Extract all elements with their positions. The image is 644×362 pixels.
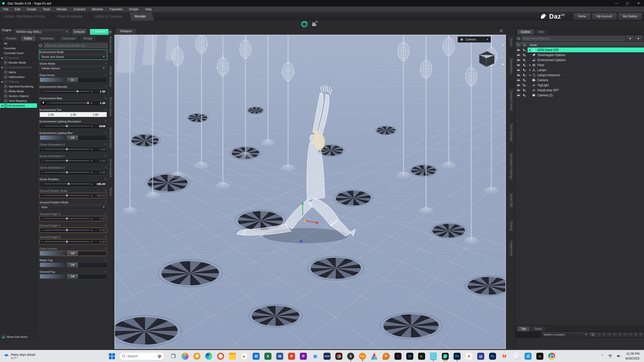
lesson-page-4[interactable]: 4 — [612, 332, 617, 337]
category-filtering[interactable]: ▶GFiltering — [0, 79, 37, 84]
lesson-page-3[interactable]: 3 — [607, 332, 612, 337]
taskbar-icon-camera-app-blue[interactable]: O — [405, 351, 415, 361]
view-cube-icon[interactable]: ▢ — [501, 37, 504, 41]
dropdown-environment-mode[interactable]: Dome and Scene▼ — [39, 54, 107, 59]
increment-button[interactable]: + — [91, 90, 93, 93]
decrement-button[interactable]: − — [41, 240, 43, 243]
slider-ground-origin-y[interactable]: −+0.00 — [39, 228, 107, 233]
slider-knob[interactable] — [65, 240, 68, 243]
taskbar-icon-media-player[interactable]: ▶ — [239, 351, 249, 361]
slider-track[interactable] — [44, 241, 89, 242]
taskbar-icon-chrome[interactable] — [547, 351, 556, 361]
slider-knob[interactable] — [67, 183, 70, 185]
taskbar-icon-acrobat[interactable]: A — [464, 351, 474, 361]
menu-create[interactable]: Create — [24, 7, 40, 12]
category-tone-mapping[interactable]: GTone Mapping — [0, 99, 37, 103]
expand-icon[interactable]: ▶ — [529, 69, 532, 71]
speaker-icon[interactable] — [617, 354, 621, 358]
taskbar-clock[interactable]: 11:06 PM 8/28/2025 — [625, 351, 639, 360]
gear-icon[interactable]: ⚙ — [104, 166, 107, 169]
increment-button[interactable]: + — [91, 148, 93, 151]
orbit-icon[interactable]: ↻ — [501, 50, 504, 54]
slider-knob[interactable] — [76, 90, 79, 93]
slider-ground-origin-x[interactable]: −+0.00 — [39, 216, 107, 221]
slider-track[interactable] — [44, 149, 89, 150]
increment-button[interactable]: + — [91, 194, 93, 197]
expand-icon[interactable]: ▶ — [529, 74, 532, 76]
taskbar-icon-notes-app[interactable] — [429, 351, 438, 361]
category-section-objects[interactable]: GSection Objects — [0, 94, 37, 99]
category-progressive-rend-[interactable]: ▶GProgressive Rend... — [0, 65, 37, 70]
taskbar-icon-file-explorer[interactable] — [228, 351, 237, 361]
taskbar-icon-hdr-app[interactable]: HDR — [322, 351, 332, 361]
dock-tab-dform[interactable]: DForm — [109, 186, 113, 198]
taskbar-icon-character-app[interactable] — [511, 351, 521, 361]
tab-bridge[interactable]: Bridge — [80, 36, 96, 41]
taskbar-icon-excel[interactable]: X — [263, 351, 273, 361]
category-optimization[interactable]: GOptimization — [0, 75, 37, 79]
dropdown-dome-mode[interactable]: Infinite Sphere▼ — [39, 66, 107, 71]
taskbar-icon-outlook[interactable] — [192, 351, 202, 361]
decrement-button[interactable]: − — [41, 183, 43, 186]
lesson-page-9[interactable]: 9 — [639, 332, 643, 337]
increment-button[interactable]: + — [91, 102, 93, 105]
my-account-button[interactable]: My Account — [592, 13, 617, 19]
scene-node-floor[interactable]: ▶Floor — [515, 63, 644, 68]
selectability-toggle[interactable] — [521, 53, 528, 57]
tab-tips[interactable]: Tips — [517, 326, 530, 331]
dock-tab-tool-settings[interactable]: Tool Settings — [508, 122, 514, 143]
increment-button[interactable]: + — [91, 171, 93, 174]
visibility-toggle[interactable] — [515, 68, 521, 72]
dropdown-ground-position-mode[interactable]: Auto▼ — [39, 204, 107, 210]
taskbar-icon-fax-app[interactable]: ⎙ — [523, 351, 533, 361]
tab-viewport[interactable]: Viewport — [116, 28, 136, 34]
menu-help[interactable]: Help — [142, 7, 155, 12]
menu-favorites[interactable]: Favorites — [106, 7, 126, 12]
show-sub-items-checkbox[interactable] — [2, 335, 5, 339]
visibility-toggle[interactable] — [515, 88, 521, 93]
tab-hardware[interactable]: Hardware — [37, 36, 57, 41]
lesson-film-icon[interactable]: ▤ — [590, 332, 596, 337]
visibility-toggle[interactable] — [515, 63, 521, 67]
taskbar-icon-powerpoint[interactable]: P — [287, 351, 296, 361]
gear-icon[interactable]: ⚙ — [104, 131, 107, 134]
decrement-button[interactable]: − — [47, 102, 49, 105]
increment-button[interactable]: + — [91, 159, 93, 162]
slider-track[interactable] — [44, 184, 89, 184]
filter-forward-button[interactable]: ▶ — [635, 36, 642, 41]
dock-tab-smart-content[interactable]: Smart Content — [109, 157, 113, 179]
gear-icon[interactable]: ⚙ — [104, 224, 107, 227]
maximize-button[interactable]: ▢ — [622, 0, 633, 7]
activity-tab-actors-wardrobe-props[interactable]: Actors, Wardrobe & Props — [0, 12, 53, 21]
minimize-button[interactable]: — — [611, 0, 622, 7]
activity-tab-lights-cameras[interactable]: Lights & Cameras — [90, 12, 130, 21]
selectability-toggle[interactable] — [521, 78, 528, 82]
selectability-toggle[interactable] — [521, 88, 528, 93]
slider-knob[interactable] — [65, 229, 68, 232]
category-favorites[interactable]: Favorites — [0, 46, 37, 51]
show-sub-items[interactable]: Show Sub Items — [0, 334, 37, 340]
slider-dome-orientation-z[interactable]: −+0.00 — [39, 170, 107, 175]
decrement-button[interactable]: − — [41, 125, 43, 128]
viewport-pane-options-icon[interactable]: ≣ — [500, 29, 503, 33]
tab-editor[interactable]: Editor — [21, 36, 36, 41]
taskbar-icon-creative-cloud[interactable] — [334, 351, 344, 361]
increment-button[interactable]: + — [91, 217, 93, 220]
dock-tab-script-ide[interactable]: Script IDE — [508, 192, 514, 210]
render-camera-icon[interactable]: ↖ — [311, 21, 317, 28]
slider-track[interactable] — [44, 195, 89, 196]
increment-button[interactable]: + — [91, 125, 93, 128]
slider-track[interactable] — [44, 160, 89, 161]
taskbar-icon-scanner-app[interactable]: ▤ — [476, 351, 486, 361]
visibility-toggle[interactable] — [515, 78, 521, 82]
toggle-environment-lighting-blur[interactable]: Off — [39, 135, 107, 140]
slider-knob[interactable] — [65, 159, 68, 162]
toggle-draw-dome[interactable]: On — [39, 77, 107, 82]
taskbar-icon-edge[interactable] — [204, 351, 214, 361]
tab-node[interactable]: Node — [531, 326, 546, 331]
pan-icon[interactable]: ✚ — [501, 43, 504, 47]
selectability-toggle[interactable] — [521, 63, 528, 67]
taskbar-icon-task-view[interactable]: ❐ — [169, 351, 178, 361]
select-lesson-dropdown[interactable]: Select a Lesson...▼ — [542, 332, 589, 337]
dock-tab-render-settings[interactable]: Render Settings — [109, 65, 113, 89]
